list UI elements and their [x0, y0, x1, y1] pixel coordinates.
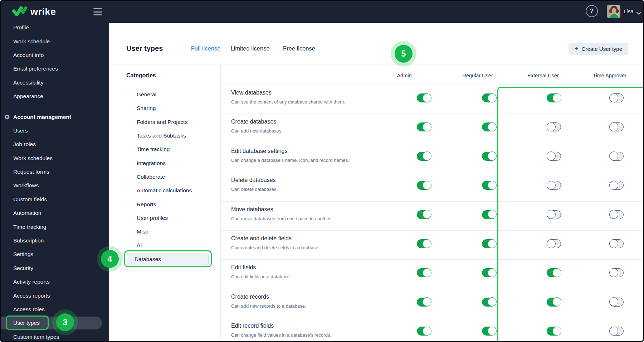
sidebar-item-work-schedule[interactable]: Work schedule [1, 34, 109, 48]
toggle-external-user[interactable] [547, 268, 561, 277]
toggle-regular-user[interactable] [482, 210, 496, 219]
toggle-admin[interactable] [417, 210, 431, 219]
sidebar-item-users[interactable]: Users [1, 124, 109, 138]
sidebar-item-custom-fields[interactable]: Custom fields [1, 193, 109, 206]
toggle-external-user[interactable] [547, 298, 561, 307]
sidebar-item-security[interactable]: Security [1, 261, 109, 275]
tab-free-license[interactable]: Free license [283, 45, 315, 52]
toggle-admin[interactable] [417, 93, 431, 102]
category-integrations[interactable]: Integrations [109, 156, 216, 170]
sidebar-item-custom-item-types[interactable]: Custom item types [1, 330, 109, 342]
gear-icon: ⚙ [4, 113, 10, 121]
user-name[interactable]: Lisa [624, 8, 634, 14]
toggle-time-approver[interactable] [609, 327, 624, 336]
sidebar-item-workflows[interactable]: Workflows [1, 179, 109, 192]
sidebar-item-job-roles[interactable]: Job roles [1, 138, 109, 151]
tab-limited-license[interactable]: Limited license [230, 45, 269, 52]
sidebar-item-work-schedules[interactable]: Work schedules [1, 151, 109, 165]
sidebar-item-subscription[interactable]: Subscription [1, 234, 109, 247]
category-folders-and-projects[interactable]: Folders and Projects [109, 115, 216, 129]
toggle-admin[interactable] [417, 268, 431, 277]
table-row: Create records Can add new records to a … [220, 289, 642, 318]
toggle-admin[interactable] [417, 181, 431, 190]
table-row: View databases Can see the content of an… [220, 85, 642, 114]
toggle-time-approver[interactable] [609, 268, 624, 277]
category-sharing[interactable]: Sharing [109, 101, 216, 115]
avatar[interactable] [607, 5, 620, 18]
toggle-external-user[interactable] [547, 152, 561, 161]
category-user-profiles[interactable]: User profiles [109, 211, 216, 225]
category-time-tracking[interactable]: Time tracking [109, 143, 216, 156]
sidebar-item-user-types[interactable]: User types [1, 316, 109, 330]
permission-title: Create databases [231, 119, 276, 125]
table-row: Create databases Can add new databases. [220, 114, 642, 143]
category-collaborate[interactable]: Collaborate [109, 170, 216, 184]
category-automatic-calculations[interactable]: Automatic calculations [109, 184, 216, 197]
wrike-logo[interactable]: wrike [12, 5, 56, 18]
category-general[interactable]: General [109, 88, 216, 101]
tab-full-license[interactable]: Full license [191, 45, 221, 52]
sidebar-item-request-forms[interactable]: Request forms [1, 165, 109, 179]
toggle-external-user[interactable] [547, 122, 561, 131]
column-header-regular-user: Regular User [462, 73, 493, 78]
sidebar-item-profile[interactable]: Profile [1, 21, 109, 34]
sidebar-item-accessibility[interactable]: Accessibility [1, 76, 109, 90]
toggle-regular-user[interactable] [482, 239, 496, 248]
annotation-box-user-types [6, 315, 49, 330]
toggle-regular-user[interactable] [482, 268, 496, 277]
toggle-time-approver[interactable] [609, 239, 624, 248]
sidebar-item-activity-reports[interactable]: Activity reports [1, 275, 109, 289]
category-tasks-and-subtasks[interactable]: Tasks and Subtasks [109, 129, 216, 143]
permission-description: Can edit fields in a database. [231, 274, 291, 279]
column-header-time-approver: Time Approver [593, 73, 626, 78]
toggle-external-user[interactable] [547, 93, 561, 102]
help-icon[interactable]: ? [586, 5, 598, 17]
toggle-time-approver[interactable] [609, 181, 624, 190]
permission-title: Create records [231, 294, 269, 300]
create-user-type-button[interactable]: + Create User type [569, 43, 629, 55]
toggle-external-user[interactable] [547, 239, 561, 248]
category-databases[interactable]: Databases [109, 252, 216, 266]
sidebar-item-automation[interactable]: Automation [1, 206, 109, 220]
toggle-time-approver[interactable] [609, 210, 624, 219]
toggle-time-approver[interactable] [609, 93, 624, 102]
toggle-regular-user[interactable] [482, 298, 496, 307]
toggle-admin[interactable] [417, 152, 431, 161]
toggle-admin[interactable] [417, 239, 431, 248]
toggle-time-approver[interactable] [609, 152, 624, 161]
toggle-regular-user[interactable] [482, 122, 496, 131]
permission-title: Edit record fields [231, 323, 274, 329]
toggle-time-approver[interactable] [609, 298, 624, 307]
table-row: Create and delete fields Can create and … [220, 230, 642, 259]
table-row: Edit fields Can edit fields in a databas… [220, 259, 642, 288]
sidebar-item-account-info[interactable]: Account info [1, 48, 109, 62]
sidebar-item-access-reports[interactable]: Access reports [1, 289, 109, 302]
sidebar-nav: Profile Work schedule Account info Email… [1, 21, 109, 341]
toggle-regular-user[interactable] [482, 327, 496, 336]
toggle-external-user[interactable] [547, 181, 561, 190]
category-reports[interactable]: Reports [109, 197, 216, 211]
toggle-regular-user[interactable] [482, 93, 496, 102]
sidebar-item-appearance[interactable]: Appearance [1, 90, 109, 103]
toggle-time-approver[interactable] [609, 122, 624, 131]
hamburger-menu-icon[interactable] [93, 8, 102, 15]
toggle-admin[interactable] [417, 327, 431, 336]
column-header-external-user: External User [527, 73, 559, 78]
toggle-regular-user[interactable] [482, 181, 496, 190]
toggle-regular-user[interactable] [482, 152, 496, 161]
sidebar-item-settings[interactable]: Settings [1, 247, 109, 261]
toggle-external-user[interactable] [547, 327, 561, 336]
toggle-external-user[interactable] [547, 210, 561, 219]
toggle-admin[interactable] [417, 122, 431, 131]
sidebar-item-access-roles[interactable]: Access roles [1, 303, 109, 316]
permission-description: Can change field values in a database's … [231, 332, 331, 338]
sidebar-item-time-tracking[interactable]: Time tracking [1, 220, 109, 233]
sidebar-section-account-management[interactable]: ⚙ Account management [1, 110, 109, 124]
category-ai[interactable]: AI [109, 239, 216, 252]
permission-description: Can create and delete fields in a databa… [231, 245, 319, 250]
chevron-down-icon[interactable] [636, 10, 641, 13]
sidebar-item-email-preferences[interactable]: Email preferences [1, 62, 109, 76]
permission-title: View databases [231, 90, 272, 96]
toggle-admin[interactable] [417, 298, 431, 307]
category-misc[interactable]: Misc [109, 225, 216, 239]
